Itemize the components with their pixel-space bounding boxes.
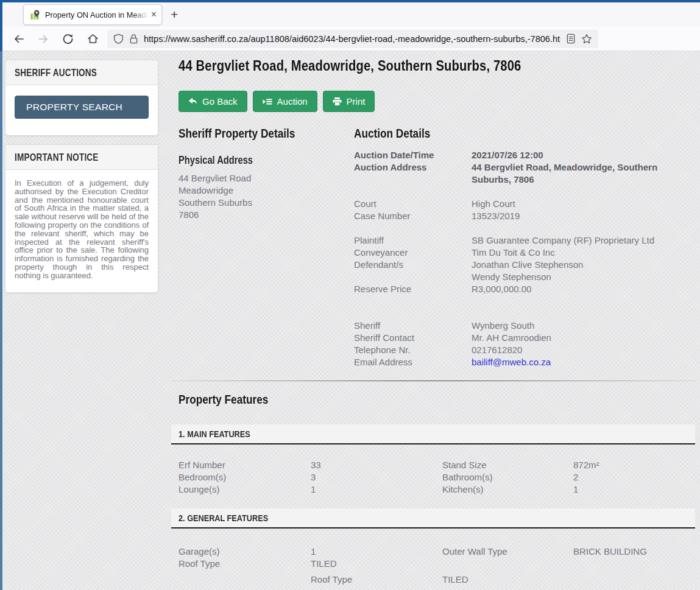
home-icon[interactable] — [87, 33, 99, 44]
forward-icon[interactable] — [38, 33, 49, 44]
feature-label: Bedroom(s) — [179, 471, 311, 483]
feature-value: 1 — [573, 483, 695, 496]
feature-value: TILED — [311, 558, 442, 570]
detail-value: 13523/2019 — [472, 210, 520, 222]
go-back-button[interactable]: Go Back — [179, 91, 247, 112]
feature-label: Bathroom(s) — [442, 471, 573, 483]
new-tab-button[interactable]: + — [171, 7, 178, 22]
general-features-header: 2. GENERAL FEATURES — [171, 508, 695, 529]
auction-when-where-group: Auction Date/Time 2021/07/26 12:00 Aucti… — [354, 149, 695, 186]
detail-row: Telephone Nr. 0217612820 — [354, 344, 695, 356]
feature-label: Garage(s) — [179, 546, 311, 558]
property-search-button[interactable]: PROPERTY SEARCH — [15, 96, 149, 119]
window-frame-left — [0, 0, 2, 590]
address-line: Southern Suburbs — [179, 197, 354, 209]
sheriff-auctions-card: SHERIFF AUCTIONS PROPERTY SEARCH — [5, 60, 158, 136]
important-notice-header: IMPORTANT NOTICE — [5, 145, 158, 170]
feature-label: Lounge(s) — [179, 483, 311, 496]
important-notice-card: IMPORTANT NOTICE In Execution of a judge… — [5, 144, 158, 293]
feature-value: 33 — [311, 459, 442, 471]
action-buttons: Go Back Auction Print — [179, 91, 695, 112]
main-features-title: 1. MAIN FEATURES — [179, 429, 250, 440]
detail-label: Auction Address — [354, 161, 472, 186]
parties-group: Plaintiff SB Guarantee Company (RF) Prop… — [354, 234, 695, 295]
navigation-toolbar: https://www.sasheriff.co.za/aup11808/aid… — [2, 27, 700, 51]
detail-row: Auction Date/Time 2021/07/26 12:00 — [354, 149, 695, 161]
browser-tab[interactable]: Property ON Auction in Meado × — [23, 4, 162, 25]
detail-label: Sheriff Contact — [354, 332, 472, 344]
main-features-header: 1. MAIN FEATURES — [171, 424, 695, 444]
feature-value: 3 — [311, 471, 442, 483]
sheriff-auctions-title: SHERIFF AUCTIONS — [15, 67, 97, 79]
detail-label: Email Address — [354, 356, 472, 368]
detail-row: Email Address bailiff@mweb.co.za — [354, 356, 695, 368]
shield-icon[interactable] — [113, 33, 124, 44]
url-bar[interactable]: https://www.sasheriff.co.za/aup11808/aid… — [107, 30, 598, 48]
feature-value: BRICK BUILDING — [573, 546, 695, 558]
feature-label: Erf Number — [179, 459, 311, 471]
reader-view-icon[interactable] — [566, 33, 576, 44]
general-features-title: 2. GENERAL FEATURES — [179, 513, 268, 524]
site-favicon-icon — [30, 10, 40, 20]
sheriff-auctions-header: SHERIFF AUCTIONS — [5, 60, 158, 85]
feature-value: 872m² — [573, 459, 695, 471]
general-features-table: Garage(s) 1 Outer Wall Type BRICK BUILDI… — [179, 546, 695, 586]
detail-row: Court High Court — [354, 198, 695, 210]
feature-label: Kitchen(s) — [442, 483, 573, 496]
feature-label: Roof Type — [311, 574, 442, 586]
sidebar: SHERIFF AUCTIONS PROPERTY SEARCH IMPORTA… — [5, 60, 158, 301]
reply-arrow-icon — [188, 97, 197, 105]
tab-title: Property ON Auction in Meado — [45, 10, 149, 19]
important-notice-title: IMPORTANT NOTICE — [15, 152, 99, 164]
detail-value: 0217612820 — [472, 344, 522, 356]
sheriff-group: Sheriff Wynberg South Sheriff Contact Mr… — [354, 320, 695, 368]
printer-icon — [333, 97, 342, 106]
sheriff-property-details: Sheriff Property Details Physical Addres… — [179, 126, 354, 368]
auction-details-heading: Auction Details — [354, 126, 695, 141]
feature-value: TILED — [442, 574, 573, 586]
address-line: 7806 — [179, 209, 354, 221]
detail-value: High Court — [472, 198, 515, 210]
feature-label: Roof Type — [179, 558, 311, 570]
detail-label: Auction Date/Time — [354, 149, 472, 161]
print-button[interactable]: Print — [323, 91, 375, 112]
bookmark-star-icon[interactable] — [581, 33, 592, 44]
detail-value: 2021/07/26 12:00 — [472, 149, 543, 161]
feature-label — [179, 574, 311, 586]
address-line: Meadowridge — [179, 184, 354, 197]
detail-value: SB Guarantee Company (RF) Proprietary Lt… — [472, 234, 654, 247]
feature-value: 2 — [573, 471, 695, 483]
main-features-table: Erf Number 33 Stand Size 872m² Bedroom(s… — [179, 459, 695, 496]
reload-icon[interactable] — [62, 33, 74, 44]
back-icon[interactable] — [13, 33, 24, 44]
detail-value: Tim Du Toit & Co Inc — [472, 247, 555, 259]
detail-row: Defendant/s Jonathan Clive Stephenson — [354, 259, 695, 271]
main-content: 44 Bergvliet Road, Meadowridge, Southern… — [171, 57, 695, 586]
detail-value: 44 Bergvliet Road, Meadowridge, Southern… — [472, 161, 695, 186]
section-divider — [171, 381, 695, 381]
feature-label: Outer Wall Type — [442, 546, 573, 558]
detail-label: Conveyancer — [354, 247, 472, 259]
feature-value: 1 — [311, 546, 442, 558]
feature-value — [573, 574, 695, 586]
auction-details: Auction Details Auction Date/Time 2021/0… — [354, 126, 695, 368]
physical-address: 44 Bergvliet Road Meadowridge Southern S… — [179, 172, 354, 221]
sheriff-email-link[interactable]: bailiff@mweb.co.za — [472, 356, 551, 368]
detail-value: Wynberg South — [472, 320, 534, 332]
detail-row: Wendy Stephenson — [354, 271, 695, 283]
page-background: SHERIFF AUCTIONS PROPERTY SEARCH IMPORTA… — [2, 51, 700, 590]
feature-label — [442, 558, 573, 570]
auction-button[interactable]: Auction — [253, 91, 317, 112]
detail-value: Wendy Stephenson — [472, 271, 551, 283]
tab-bar: Property ON Auction in Meado × + — [2, 2, 700, 27]
auction-list-icon — [263, 98, 272, 105]
detail-label: Court — [354, 198, 472, 210]
window-frame-top — [0, 0, 700, 2]
detail-row: Case Number 13523/2019 — [354, 210, 695, 222]
property-details-heading: Sheriff Property Details — [179, 126, 354, 141]
feature-label: Stand Size — [442, 459, 573, 471]
detail-label: Reserve Price — [354, 283, 472, 295]
detail-label: Plaintiff — [354, 234, 472, 247]
tab-close-icon[interactable]: × — [151, 10, 157, 19]
url-text[interactable]: https://www.sasheriff.co.za/aup11808/aid… — [144, 34, 560, 44]
